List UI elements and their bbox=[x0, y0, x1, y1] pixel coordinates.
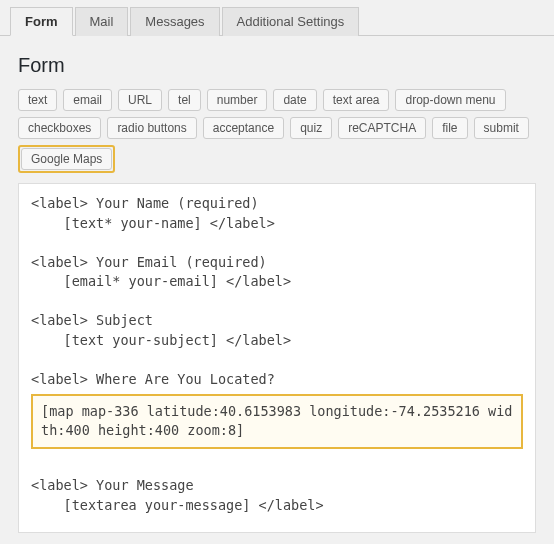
tag-date-button[interactable]: date bbox=[273, 89, 316, 111]
tab-form[interactable]: Form bbox=[10, 7, 73, 36]
code-part2: <label> Your Message [textarea your-mess… bbox=[31, 477, 324, 533]
tag-quiz-button[interactable]: quiz bbox=[290, 117, 332, 139]
tag-recaptcha-button[interactable]: reCAPTCHA bbox=[338, 117, 426, 139]
code-map-shortcode-highlight: [map map-336 latitude:40.6153983 longitu… bbox=[31, 394, 523, 449]
tag-generator-buttons: text email URL tel number date text area… bbox=[18, 89, 536, 173]
panel-heading: Form bbox=[18, 54, 536, 77]
tag-email-button[interactable]: email bbox=[63, 89, 112, 111]
tag-checkboxes-button[interactable]: checkboxes bbox=[18, 117, 101, 139]
code-part1: <label> Your Name (required) [text* your… bbox=[31, 195, 291, 387]
tab-additional-settings[interactable]: Additional Settings bbox=[222, 7, 360, 36]
tag-radio-button[interactable]: radio buttons bbox=[107, 117, 196, 139]
form-template-textarea[interactable]: <label> Your Name (required) [text* your… bbox=[18, 183, 536, 533]
tag-dropdown-button[interactable]: drop-down menu bbox=[395, 89, 505, 111]
tag-googlemaps-button[interactable]: Google Maps bbox=[21, 148, 112, 170]
tab-mail[interactable]: Mail bbox=[75, 7, 129, 36]
tag-tel-button[interactable]: tel bbox=[168, 89, 201, 111]
tag-number-button[interactable]: number bbox=[207, 89, 268, 111]
tag-file-button[interactable]: file bbox=[432, 117, 467, 139]
tab-messages[interactable]: Messages bbox=[130, 7, 219, 36]
tag-acceptance-button[interactable]: acceptance bbox=[203, 117, 284, 139]
tag-url-button[interactable]: URL bbox=[118, 89, 162, 111]
google-maps-highlight: Google Maps bbox=[18, 145, 115, 173]
tag-textarea-button[interactable]: text area bbox=[323, 89, 390, 111]
tag-text-button[interactable]: text bbox=[18, 89, 57, 111]
tab-bar: Form Mail Messages Additional Settings bbox=[0, 6, 554, 36]
tag-submit-button[interactable]: submit bbox=[474, 117, 529, 139]
form-panel: Form text email URL tel number date text… bbox=[0, 36, 554, 543]
